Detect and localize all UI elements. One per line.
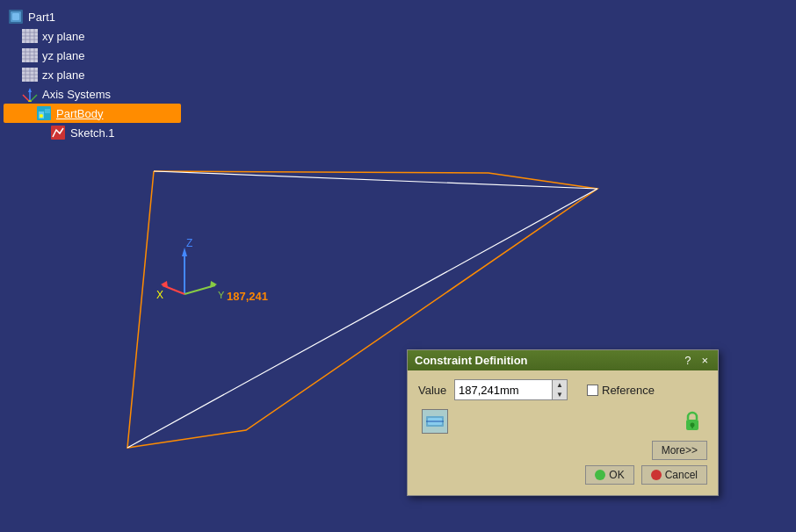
ok-button[interactable]: OK (585, 465, 633, 485)
tree-item-part1[interactable]: Part1 (4, 7, 181, 26)
tree-item-yz-plane[interactable]: yz plane (4, 46, 181, 65)
cancel-button[interactable]: Cancel (641, 465, 707, 485)
tree-panel: Part1 xy plane (0, 0, 185, 272)
svg-rect-42 (45, 109, 50, 113)
tree-item-axis-systems[interactable]: Axis Systems (4, 84, 181, 104)
spin-buttons: ▲ ▼ (552, 380, 567, 399)
lock-icon (681, 409, 704, 434)
plane-icon-zx (21, 67, 39, 83)
tree-item-zx-plane[interactable]: zx plane (4, 65, 181, 84)
reference-checkbox[interactable] (587, 385, 598, 396)
partbody-icon (35, 105, 53, 121)
dialog-help-button[interactable]: ? (682, 355, 693, 366)
tree-item-xy-plane[interactable]: xy plane (4, 26, 181, 46)
plane-icon-xy (21, 28, 39, 44)
tree-label-axis-systems: Axis Systems (42, 88, 111, 101)
spin-up-button[interactable]: ▲ (553, 380, 567, 390)
plane-icon-yz (21, 47, 39, 63)
cancel-label: Cancel (665, 469, 698, 481)
ok-label: OK (609, 469, 624, 481)
tree-label-partbody: PartBody (56, 107, 103, 120)
svg-point-43 (40, 114, 43, 118)
reference-wrapper: Reference (587, 384, 655, 397)
titlebar-buttons: ? × (682, 355, 711, 366)
dimension-label: 187,241 (227, 290, 268, 303)
dialog-title: Constraint Definition (415, 354, 528, 367)
dialog-action-row: OK Cancel (418, 465, 707, 485)
svg-marker-36 (28, 88, 32, 92)
value-label: Value (418, 384, 449, 397)
axis-systems-icon (21, 86, 39, 102)
icons-row (418, 409, 707, 434)
dialog-body: Value ▲ ▼ Reference (408, 370, 718, 495)
tree-label-yz-plane: yz plane (42, 49, 84, 62)
constraint-type-icon[interactable] (422, 409, 448, 434)
svg-rect-13 (12, 13, 19, 20)
more-button[interactable]: More>> (652, 441, 707, 460)
dialog-close-button[interactable]: × (698, 355, 711, 366)
value-input[interactable] (455, 382, 552, 399)
dialog-titlebar: Constraint Definition ? × (408, 350, 718, 370)
constraint-dialog: Constraint Definition ? × Value ▲ ▼ Refe… (407, 349, 719, 496)
tree-item-sketch1[interactable]: Sketch.1 (4, 123, 181, 142)
spin-down-button[interactable]: ▼ (553, 390, 567, 399)
tree-label-part1: Part1 (28, 11, 55, 24)
tree-label-sketch1: Sketch.1 (70, 126, 115, 140)
ok-icon (595, 470, 605, 480)
tree-label-xy-plane: xy plane (42, 30, 84, 43)
tree-label-zx-plane: zx plane (42, 68, 84, 82)
part-icon (7, 9, 25, 25)
value-row: Value ▲ ▼ Reference (418, 379, 707, 400)
cancel-icon (651, 470, 662, 480)
reference-label: Reference (602, 384, 655, 397)
value-input-wrapper: ▲ ▼ (454, 379, 568, 400)
tree-item-partbody[interactable]: PartBody (4, 104, 181, 123)
sketch-icon (49, 125, 67, 140)
